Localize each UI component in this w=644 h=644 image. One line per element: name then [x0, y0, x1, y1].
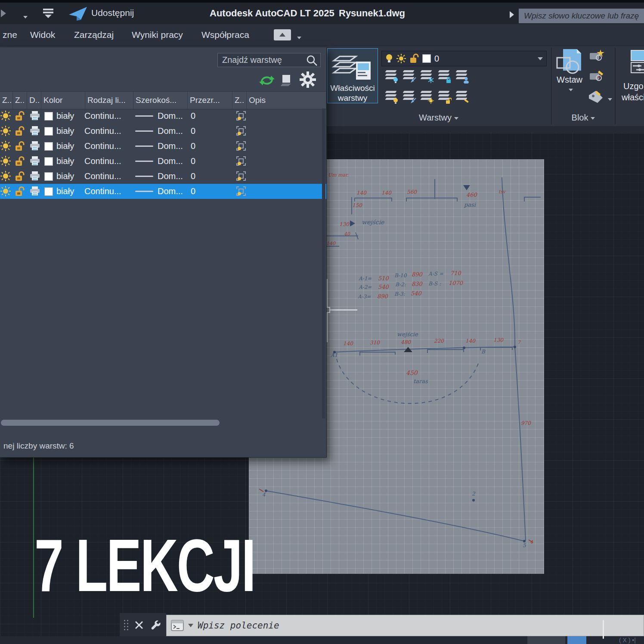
layer-off-icon[interactable]	[383, 68, 400, 85]
palette-hscrollbar[interactable]	[1, 420, 220, 426]
layer-plot-icon[interactable]	[29, 126, 40, 136]
color-swatch[interactable]	[44, 187, 53, 196]
layer-on-sun-icon[interactable]	[0, 111, 11, 121]
layer-match-icon[interactable]	[454, 88, 471, 105]
layer-lock-icon[interactable]	[436, 68, 453, 85]
layer-row-2[interactable]: białyContinu...Dom...0	[0, 139, 326, 154]
layer-on-sun-icon[interactable]	[0, 126, 11, 136]
search-expand-icon[interactable]	[509, 10, 515, 19]
column-header-6[interactable]: Przezr...	[188, 92, 232, 109]
transparency-icon[interactable]	[236, 171, 246, 181]
layer-unlock-icon[interactable]	[15, 155, 25, 167]
qat-caret-icon[interactable]	[21, 13, 28, 21]
layer-plot-icon[interactable]	[29, 171, 40, 181]
blok-panel: Wstaw Blok	[552, 46, 615, 126]
create-block-icon[interactable]	[589, 50, 604, 62]
layer-on-sun-icon[interactable]	[0, 156, 11, 166]
layer-row-1[interactable]: białyContinu...Dom...0	[0, 124, 326, 139]
lineweight-sample	[135, 146, 153, 147]
column-header-3[interactable]: Kolor	[41, 92, 85, 109]
lineweight: Dom...	[158, 139, 183, 154]
transparency-icon[interactable]	[236, 186, 246, 196]
color-swatch[interactable]	[44, 157, 53, 166]
column-header-1[interactable]: Z..	[13, 92, 27, 109]
column-header-2[interactable]: D..	[27, 92, 41, 109]
ribbon-tab-zarządzaj[interactable]: Zarządzaj	[71, 24, 116, 46]
block-more-caret-icon[interactable]	[605, 95, 612, 103]
column-header-0[interactable]: Z..	[0, 92, 13, 109]
layer-plot-icon[interactable]	[29, 111, 40, 121]
layer-isolate-icon[interactable]	[401, 68, 418, 85]
layer-unlock-icon[interactable]	[436, 88, 453, 105]
qat-arrow-icon[interactable]	[0, 9, 7, 18]
share-button[interactable]: Udostępnij	[91, 8, 134, 18]
search-icon	[307, 55, 318, 66]
transparency-icon[interactable]	[236, 126, 246, 136]
edit-attributes-icon[interactable]	[587, 89, 603, 102]
edit-block-icon[interactable]	[589, 70, 604, 83]
layer-on-sun-icon[interactable]	[0, 186, 11, 196]
ribbon-tab-wyniki-pracy[interactable]: Wyniki pracy	[129, 24, 186, 46]
ribbon-tab-współpraca[interactable]: Współpraca	[199, 24, 252, 46]
layer-unisolate-icon[interactable]	[401, 88, 418, 105]
layer-search-input[interactable]: Znajdź warstwę	[217, 53, 321, 67]
layer-row-3[interactable]: białyContinu...Dom...0	[0, 154, 326, 169]
color-swatch[interactable]	[44, 127, 53, 136]
column-header-5[interactable]: Szerokoś...	[133, 92, 188, 109]
layer-plot-icon[interactable]	[29, 186, 40, 196]
layer-row-5[interactable]: białyContinu...Dom...0	[0, 184, 326, 199]
stylus-mark	[603, 620, 604, 639]
blok-panel-label[interactable]: Blok	[552, 113, 615, 123]
layer-plot-icon[interactable]	[29, 156, 40, 166]
color-swatch[interactable]	[44, 172, 53, 181]
command-line-grip[interactable]	[120, 613, 166, 637]
column-header-7[interactable]: Z..	[232, 92, 247, 109]
transparency-icon[interactable]	[236, 111, 246, 121]
layer-freeze-icon[interactable]	[418, 68, 436, 85]
status-icons[interactable]: ( X ) •|	[619, 637, 636, 644]
layer-properties-button[interactable]: Właściwości warstwy	[327, 48, 378, 103]
color-swatch[interactable]	[44, 112, 53, 121]
status-block[interactable]	[527, 636, 565, 644]
layer-on-icon[interactable]	[383, 88, 400, 105]
match-properties-icon[interactable]	[630, 50, 644, 74]
keyword-search-input[interactable]: Wpisz słowo kluczowe lub frazę	[519, 9, 644, 23]
layer-unlock-icon[interactable]	[15, 186, 25, 197]
transparency-icon[interactable]	[236, 141, 246, 151]
command-line-bar[interactable]: Wpisz polecenie	[166, 615, 644, 636]
qat-customize-icon[interactable]	[41, 8, 55, 19]
layer-on-sun-icon[interactable]	[0, 171, 11, 181]
command-caret-icon[interactable]	[188, 624, 193, 627]
transparency-value: 0	[191, 154, 195, 169]
layer-row-4[interactable]: białyContinu...Dom...0	[0, 169, 326, 184]
new-layer-state-icon[interactable]	[280, 73, 294, 87]
layer-merge-icon[interactable]	[454, 68, 471, 85]
layer-unlock-icon[interactable]	[15, 110, 25, 121]
layer-on-sun-icon[interactable]	[0, 141, 11, 151]
layer-unlock-icon[interactable]	[15, 170, 25, 182]
wrench-icon[interactable]	[150, 619, 161, 631]
layer-unlock-icon[interactable]	[15, 140, 25, 152]
status-active-block[interactable]	[567, 636, 586, 644]
warstwy-panel-label[interactable]: Warstwy	[326, 113, 551, 123]
layer-thaw-icon[interactable]	[418, 88, 436, 105]
share-plane-icon[interactable]	[68, 6, 88, 22]
transparency-icon[interactable]	[236, 156, 246, 166]
ribbon-tab-widok[interactable]: Widok	[28, 24, 58, 46]
ribbon-state-icon[interactable]	[274, 29, 291, 40]
refresh-icon[interactable]	[258, 72, 276, 88]
ribbon-state-caret-icon[interactable]	[294, 34, 301, 41]
insert-block-button[interactable]: Wstaw	[555, 48, 584, 103]
layer-plot-icon[interactable]	[29, 141, 40, 151]
close-icon[interactable]	[134, 620, 144, 630]
palette-vscrollbar[interactable]	[322, 108, 325, 418]
layer-unlock-icon[interactable]	[15, 125, 25, 136]
column-header-8[interactable]: Opis	[247, 92, 326, 109]
column-header-4[interactable]: Rodzaj li...	[85, 92, 133, 109]
color-swatch[interactable]	[44, 142, 53, 151]
layer-dropdown[interactable]: 0	[381, 51, 547, 66]
command-input[interactable]: Wpisz polecenie	[198, 620, 279, 631]
settings-gear-icon[interactable]	[299, 71, 317, 89]
layer-row-0[interactable]: białyContinu...Dom...0	[0, 108, 326, 124]
ribbon-tab-zne[interactable]: zne	[0, 24, 20, 46]
